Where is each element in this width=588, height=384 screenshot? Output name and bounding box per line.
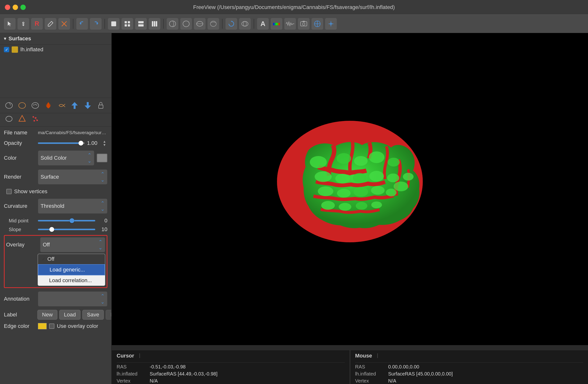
move-up-icon[interactable] (69, 100, 80, 111)
show-vertices-checkbox[interactable] (6, 189, 12, 194)
color-dropdown-value: Solid Color (41, 155, 67, 161)
brain-3d[interactable] (208, 18, 219, 30)
opacity-stepper[interactable]: ▲ ▼ (102, 140, 107, 147)
mouse-vertex-row: Vertex N/A (355, 378, 583, 384)
surface-checkbox[interactable]: ✓ (4, 47, 9, 52)
color-swatch[interactable] (97, 154, 107, 162)
midpoint-row: Mid point 0 (4, 217, 107, 224)
svg-point-66 (403, 173, 414, 181)
screenshot-tool[interactable] (298, 18, 310, 30)
scatter-icon[interactable] (30, 114, 40, 124)
flame-icon[interactable] (43, 100, 53, 111)
layout-quad[interactable] (122, 18, 133, 30)
layout-3col[interactable] (149, 18, 160, 30)
overlay-dropdown-value: Off (43, 242, 50, 248)
mouse-ras-value: 0.00,0.00,0.00 (388, 364, 419, 370)
slope-thumb[interactable] (49, 227, 54, 232)
overlay-menu-item-off[interactable]: ✓ Off (38, 254, 105, 264)
brain-highlight-icon[interactable] (17, 100, 27, 111)
pan-tool[interactable] (18, 18, 29, 30)
surface-color[interactable] (12, 46, 18, 53)
svg-point-31 (32, 103, 39, 108)
sparkle-tool[interactable] (325, 18, 337, 30)
annotation-dropdown-arrow: ⌃⌄ (101, 293, 105, 305)
svg-rect-7 (128, 21, 130, 23)
label-save-button[interactable]: Save (82, 310, 104, 320)
undo-button[interactable] (76, 18, 88, 30)
triangle-icon[interactable] (17, 114, 27, 124)
checkmark-icon: ✓ (42, 256, 45, 262)
horizontal-scrollbar[interactable] (112, 345, 588, 350)
brain-sagittal[interactable] (180, 18, 192, 30)
cursor-tool[interactable] (4, 18, 16, 30)
svg-rect-14 (156, 21, 157, 26)
brain-icon[interactable] (4, 100, 14, 111)
overlay-menu-item-correlation[interactable]: Load correlation... (38, 275, 105, 286)
midpoint-slider[interactable] (38, 220, 95, 221)
brain-axial[interactable] (194, 18, 206, 30)
midpoint-thumb[interactable] (69, 218, 74, 223)
layout-single[interactable] (108, 18, 120, 30)
surface-view[interactable] (239, 18, 251, 30)
label-load-button[interactable]: Load (59, 310, 81, 320)
mouse-vertex-label: Vertex (355, 378, 384, 384)
minimize-button[interactable] (13, 5, 18, 10)
surface-item[interactable]: ✓ lh.inflated (0, 44, 111, 55)
render-dropdown[interactable]: Surface ⌃⌄ (38, 170, 107, 185)
3d-viewport[interactable] (112, 33, 588, 345)
overlay-menu-item-generic[interactable]: Load generic... (38, 264, 105, 275)
fish-icon[interactable] (56, 100, 66, 111)
svg-point-52 (335, 174, 350, 184)
opacity-up[interactable]: ▲ (102, 140, 107, 143)
svg-point-58 (354, 187, 368, 197)
window-controls[interactable] (5, 5, 26, 10)
filename-value: ma/Cannabis/FS/fsaverage/surf/lh.inflate… (38, 130, 107, 135)
overlay-dropdown[interactable]: Off ⌃⌄ (40, 237, 105, 252)
label-new-button[interactable]: New (37, 310, 57, 320)
slope-slider[interactable] (38, 229, 95, 230)
overlay-label: Overlay (6, 242, 38, 248)
close-button[interactable] (5, 5, 10, 10)
edit-tool[interactable] (45, 18, 56, 30)
edge-color-swatch[interactable] (38, 323, 47, 329)
mouse-surface-ras: SurfaceRAS [45.00,0.00,0.00] (388, 371, 453, 377)
opacity-down[interactable]: ▼ (102, 143, 107, 147)
text-tool[interactable]: A (257, 18, 269, 30)
brain-dots-icon[interactable] (30, 100, 40, 111)
maximize-button[interactable] (21, 5, 26, 10)
color-dropdown[interactable]: Solid Color ⌃⌄ (38, 150, 94, 166)
surfaces-section-header[interactable]: ▾ Surfaces (0, 33, 111, 44)
use-overlay-color-checkbox[interactable] (49, 323, 54, 329)
surface-icon-toolbar (0, 98, 111, 113)
brain-coronal[interactable] (167, 18, 178, 30)
render-row: Render Surface ⌃⌄ (4, 170, 107, 185)
cursor-surface-ras: SurfaceRAS [44.49,-0.03,-0.98] (150, 371, 217, 377)
annotation-dropdown[interactable]: ⌃⌄ (38, 291, 107, 306)
opacity-slider[interactable] (38, 142, 84, 144)
surfaces-collapse-arrow[interactable]: ▾ (4, 36, 6, 41)
main-toolbar: R A (0, 15, 588, 33)
main-container: ▾ Surfaces ✓ lh.inflated (0, 33, 588, 384)
lock-icon[interactable] (96, 100, 106, 111)
label-delete-button[interactable]: Delete (106, 310, 111, 320)
svg-point-63 (356, 202, 367, 210)
refresh-button[interactable] (226, 18, 237, 30)
curvature-dropdown[interactable]: Threshold ⌃⌄ (38, 199, 107, 214)
svg-point-65 (394, 182, 408, 191)
opacity-slider-thumb[interactable] (79, 141, 83, 146)
cursor-separator: | (139, 353, 140, 361)
move-down-icon[interactable] (83, 100, 93, 111)
svg-rect-37 (99, 105, 103, 108)
svg-point-43 (34, 120, 35, 122)
label-tool[interactable]: R (31, 18, 43, 30)
brain-small-icon[interactable] (4, 114, 14, 124)
measure-tool[interactable] (58, 18, 70, 30)
crosshair-tool[interactable] (312, 18, 323, 30)
colorbar-tool[interactable] (271, 18, 282, 30)
waveform-tool[interactable] (284, 18, 296, 30)
layout-2x2[interactable] (135, 18, 147, 30)
svg-point-29 (6, 103, 12, 108)
opacity-row: Opacity 1.00 ▲ ▼ (4, 140, 107, 147)
curvature-row: Curvature Threshold ⌃⌄ (4, 199, 107, 214)
redo-button[interactable] (90, 18, 102, 30)
